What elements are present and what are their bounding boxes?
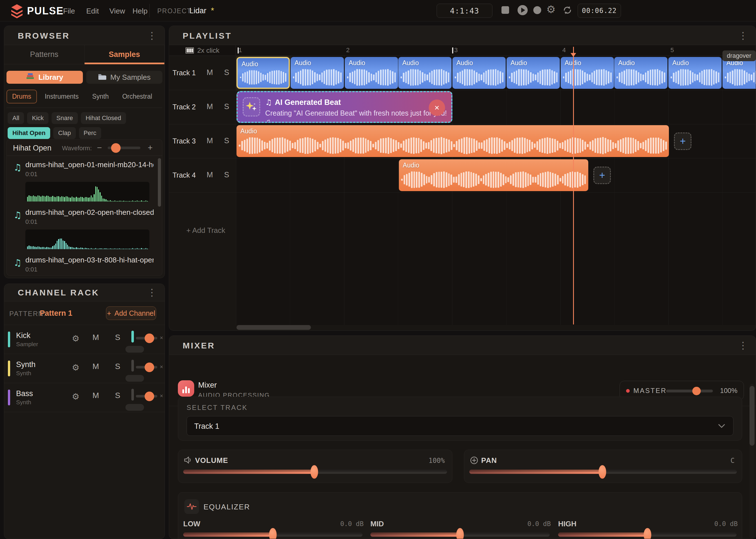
- track-mute-button[interactable]: M: [207, 102, 213, 111]
- channel-volume-slider[interactable]: [136, 395, 157, 398]
- channel-volume-slider[interactable]: [136, 337, 157, 340]
- eq-slider-knob[interactable]: [643, 528, 651, 539]
- lane-add-clip-button[interactable]: +: [674, 132, 691, 150]
- channel-volume-knob[interactable]: [145, 392, 154, 401]
- channel-volume-knob[interactable]: [145, 362, 154, 372]
- master-slider[interactable]: [666, 390, 713, 392]
- sample-item[interactable]: ♫drums-hihat_open-01-meinl-mb20-14-heavy…: [7, 160, 156, 203]
- sample-item[interactable]: ♫drums-hihat_open-03-tr-808-hi-hat-open.…: [7, 255, 156, 275]
- eq-slider-knob[interactable]: [456, 528, 464, 539]
- audio-clip[interactable]: Audio: [668, 57, 721, 89]
- eq-slider-knob[interactable]: [269, 528, 277, 539]
- channel-gear-icon[interactable]: ⚙: [72, 392, 80, 402]
- audio-clip[interactable]: Audio: [722, 57, 756, 89]
- audio-clip[interactable]: Audio: [452, 57, 506, 89]
- pan-slider-knob[interactable]: [598, 465, 606, 479]
- channel-row-synth[interactable]: SynthSynth⚙MS×: [4, 354, 165, 383]
- menu-help[interactable]: Help: [132, 7, 147, 16]
- time-display[interactable]: 00:06.22: [577, 4, 621, 18]
- channel-solo-button[interactable]: S: [115, 391, 120, 400]
- tab-patterns[interactable]: Patterns: [4, 45, 85, 64]
- channel-mute-button[interactable]: M: [93, 362, 99, 371]
- eq-band-slider[interactable]: [183, 532, 362, 537]
- audio-clip[interactable]: Audio: [398, 57, 452, 89]
- category-orchestral[interactable]: Orchestral: [117, 90, 158, 104]
- channel-solo-button[interactable]: S: [115, 362, 120, 371]
- channel-pan-pill[interactable]: [125, 404, 144, 411]
- browser-menu-icon[interactable]: ⋮: [147, 30, 157, 41]
- track-select-dropdown[interactable]: Track 1: [187, 416, 733, 436]
- sample-list-scrollbar[interactable]: [158, 158, 161, 207]
- eq-band-slider[interactable]: [558, 532, 736, 537]
- sample-item[interactable]: ♫drums-hihat_open-02-open-then-closed-ha…: [7, 207, 156, 251]
- filter-hihat-open[interactable]: Hihat Open: [8, 127, 50, 139]
- add-track-button[interactable]: + Add Track: [186, 226, 225, 235]
- waveform-zoom-knob[interactable]: [111, 143, 121, 153]
- channel-solo-button[interactable]: S: [115, 333, 120, 342]
- pan-slider[interactable]: [469, 470, 737, 474]
- category-fx[interactable]: Fx: [160, 90, 165, 104]
- settings-gear-icon[interactable]: ⚙: [546, 3, 556, 16]
- track-solo-button[interactable]: S: [224, 102, 229, 111]
- channel-pan-pill[interactable]: [125, 375, 144, 382]
- channel-volume-slider[interactable]: [136, 366, 157, 368]
- audio-clip[interactable]: Audio: [614, 57, 667, 89]
- channel-row-kick[interactable]: KickSampler⚙MS×: [4, 325, 165, 354]
- project-name[interactable]: Lidar: [189, 7, 206, 15]
- filter-clap[interactable]: Clap: [53, 127, 76, 139]
- filter-hihat-closed[interactable]: Hihat Closed: [81, 112, 126, 124]
- channel-remove-button[interactable]: ×: [160, 364, 163, 370]
- track-mute-button[interactable]: M: [207, 171, 213, 179]
- channel-row-bass[interactable]: BassSynth⚙MS×: [4, 383, 165, 412]
- filter-snare[interactable]: Snare: [51, 112, 78, 124]
- ai-generated-clip[interactable]: ♫AI Generated BeatCreating "AI Generated…: [237, 91, 452, 123]
- menu-file[interactable]: File: [63, 7, 75, 16]
- track-solo-button[interactable]: S: [224, 171, 229, 179]
- volume-slider[interactable]: [183, 470, 447, 474]
- pattern-name[interactable]: Pattern 1: [40, 309, 72, 318]
- category-drums[interactable]: Drums: [7, 90, 37, 104]
- channel-mute-button[interactable]: M: [93, 333, 99, 342]
- library-button[interactable]: Library: [7, 71, 83, 84]
- track-mute-button[interactable]: M: [207, 68, 213, 77]
- track-mute-button[interactable]: M: [207, 136, 213, 145]
- channel-mute-button[interactable]: M: [93, 391, 99, 400]
- audio-clip[interactable]: Audio: [506, 57, 560, 89]
- filter-kick[interactable]: Kick: [27, 112, 48, 124]
- playlist-lanes[interactable]: AudioAudioAudioAudioAudioAudioAudioAudio…: [236, 56, 756, 325]
- mixer-scrollbar-thumb[interactable]: [749, 386, 755, 446]
- stop-button[interactable]: [501, 6, 509, 14]
- category-synth[interactable]: Synth: [87, 90, 114, 104]
- menu-view[interactable]: View: [110, 7, 125, 16]
- channel-gear-icon[interactable]: ⚙: [72, 334, 80, 344]
- my-samples-button[interactable]: My Samples: [86, 71, 163, 84]
- playlist-horizontal-scrollbar[interactable]: [237, 325, 311, 330]
- channel-remove-button[interactable]: ×: [160, 335, 163, 341]
- eq-band-slider[interactable]: [370, 532, 550, 537]
- waveform-zoom-in-button[interactable]: +: [148, 143, 153, 153]
- timeline-ruler-track[interactable]: 12345: [236, 45, 756, 55]
- play-button[interactable]: [517, 5, 528, 15]
- channel-pan-pill[interactable]: [125, 346, 144, 353]
- track-solo-button[interactable]: S: [224, 68, 229, 77]
- playlist-menu-icon[interactable]: ⋮: [738, 30, 748, 41]
- waveform-zoom-slider[interactable]: [108, 147, 140, 149]
- channel-gear-icon[interactable]: ⚙: [72, 362, 80, 372]
- filter-perc[interactable]: Perc: [79, 127, 101, 139]
- loop-icon[interactable]: [563, 6, 572, 15]
- add-channel-button[interactable]: + Add Channel: [106, 306, 156, 320]
- filter-all[interactable]: All: [8, 112, 24, 124]
- audio-clip[interactable]: Audio: [291, 57, 344, 89]
- waveform-zoom-out-button[interactable]: −: [97, 143, 102, 153]
- audio-clip[interactable]: Audio: [345, 57, 398, 89]
- channel-rack-menu-icon[interactable]: ⋮: [147, 287, 157, 298]
- channel-remove-button[interactable]: ×: [160, 393, 163, 399]
- position-display[interactable]: 4:1:43: [437, 4, 492, 18]
- volume-slider-knob[interactable]: [311, 465, 318, 479]
- category-instruments[interactable]: Instruments: [39, 90, 84, 104]
- timeline-ruler[interactable]: 2x click 12345: [169, 45, 756, 56]
- track-solo-button[interactable]: S: [224, 136, 229, 145]
- tab-samples[interactable]: Samples: [85, 45, 165, 64]
- audio-clip-selected[interactable]: Audio: [237, 57, 290, 89]
- master-slider-knob[interactable]: [692, 387, 701, 395]
